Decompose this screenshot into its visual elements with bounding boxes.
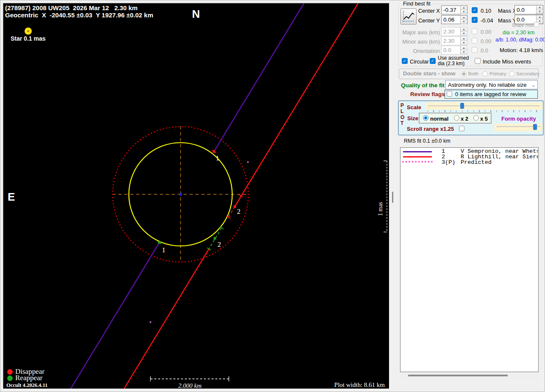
svg-text:1: 1 <box>216 154 220 162</box>
scroll-range-label: Scroll range x1.25 <box>407 126 454 132</box>
form-opacity-slider-thumb[interactable] <box>533 124 537 130</box>
north-label: N <box>192 8 200 21</box>
chord3-dotted-sample <box>402 161 433 163</box>
chord2-line-sample <box>403 156 432 157</box>
chord3-number: 3(P) <box>442 159 455 166</box>
orientation-input: 0.0 ▲▼ <box>441 46 467 55</box>
major-axis-fit-checkbox <box>472 28 478 34</box>
orientation-label: Orientation <box>398 48 440 54</box>
circular-label: Circular <box>410 58 429 65</box>
orientation-fit-checkbox <box>472 47 478 53</box>
occult-fit-window: 1122 (278987) 2008 UW205 2026 Mar 12 2.3… <box>0 0 545 392</box>
include-miss-events-label: Include Miss events <box>483 58 531 65</box>
mas-scale-label: 1 mas <box>377 178 384 216</box>
shape-model-checkbox[interactable] <box>534 22 539 27</box>
scroll-range-checkbox[interactable] <box>459 126 464 131</box>
center-y-label: Center Y <box>406 17 440 24</box>
quality-of-fit-dropdown[interactable]: Astrometry only. No reliable size ⌄ <box>445 80 538 89</box>
quality-of-fit-label: Quality of the fit <box>401 82 445 88</box>
form-opacity-label: Form opacity <box>501 116 536 122</box>
size-label: Size <box>407 115 418 121</box>
center-x-input[interactable]: -0.37 ▲▼ <box>441 6 467 14</box>
size-x2-label: x 2 <box>461 116 468 122</box>
minor-axis-input: 2.30 ▲▼ <box>441 36 467 45</box>
center-x-fit-checkbox[interactable]: ✓ <box>472 7 478 13</box>
scale-slider[interactable] <box>425 102 542 110</box>
east-label: E <box>8 190 15 204</box>
chord-list[interactable]: 1 V Sempronio, near Whets 2 R Lighthill,… <box>400 147 539 372</box>
app-version-label: Occult 4.2026.4.11 <box>6 382 47 389</box>
chevron-down-icon: ⌄ <box>530 82 537 88</box>
occultation-plot-canvas[interactable]: 1122 (278987) 2008 UW205 2026 Mar 12 2.3… <box>3 3 389 389</box>
double-stars-primary-label: Primary <box>489 71 506 76</box>
mass-x-spinner[interactable]: ▲▼ <box>536 6 543 14</box>
center-y-input[interactable]: 0.06 ▲▼ <box>441 15 467 24</box>
double-stars-secondary-radio <box>509 71 514 77</box>
center-x-fit-value: 0.10 <box>481 8 491 14</box>
minor-axis-fit-checkbox <box>472 38 478 44</box>
axis-ratio-readout: a/b: 1.00, dMag: 0.00 <box>495 37 545 43</box>
center-y-spinner[interactable]: ▲▼ <box>460 16 467 24</box>
scale-bar-label: 2.000 km <box>171 382 209 389</box>
rms-fit-label: RMS fit 0.1 ±0.0 km <box>404 138 450 144</box>
double-stars-primary-radio <box>482 71 488 77</box>
minor-axis-fit-value: 0.00 <box>481 38 491 44</box>
plot-title-line2: Geocentric X -2040.55 ±0.03 Y 1927.96 ±0… <box>5 11 153 19</box>
plot-letter-o: O <box>400 114 404 120</box>
star-size-label: Star 0.1 mas <box>11 35 46 42</box>
use-assumed-dia-label-line2: dia (2.3 km) <box>438 61 464 66</box>
center-y-fit-checkbox[interactable]: ✓ <box>472 17 478 23</box>
plot-title-line1: (278987) 2008 UW205 2026 Mar 12 2.30 km <box>5 4 138 11</box>
include-miss-events-checkbox[interactable] <box>475 58 481 64</box>
plot-letter-l: L <box>400 108 403 114</box>
double-stars-label: Double stars - show <box>403 70 456 77</box>
plot-svg: 1122 <box>3 3 389 389</box>
chord1-line-sample <box>403 151 432 152</box>
reappear-legend-dot <box>7 375 13 381</box>
center-x-spinner[interactable]: ▲▼ <box>460 6 467 14</box>
major-axis-label: Major axis (km) <box>398 29 440 36</box>
review-flags-text: 0 items are tagged for review <box>455 91 526 97</box>
double-stars-both-radio <box>461 71 467 77</box>
review-flags-checkbox[interactable] <box>447 91 452 97</box>
scale-slider-thumb[interactable] <box>460 103 464 109</box>
circular-checkbox[interactable]: ✓ <box>402 58 408 64</box>
mass-x-input[interactable]: 0.0 ▲▼ <box>514 5 543 14</box>
shape-model-label: Shape model <box>512 23 537 28</box>
star-diameter-marker <box>25 28 32 35</box>
minor-axis-label: Minor axis (km) <box>398 39 440 45</box>
panel-splitter-handle[interactable] <box>392 192 393 203</box>
diameter-readout: dia = 2.30 km <box>503 30 534 36</box>
plot-letter-p: P <box>400 102 404 108</box>
size-x2-radio[interactable] <box>454 115 459 121</box>
svg-text:2: 2 <box>217 240 221 248</box>
mass-x-label: Mass X <box>498 8 516 14</box>
double-stars-secondary-label: Secondary <box>516 71 539 76</box>
use-assumed-dia-checkbox[interactable]: ✓ <box>430 58 436 64</box>
scale-slider-label: Scale <box>407 104 421 110</box>
double-stars-both-label: Both <box>468 71 478 76</box>
chord3-name: Predicted <box>461 159 538 166</box>
svg-text:1: 1 <box>162 246 166 254</box>
motion-readout: Motion: 4.18 km/s <box>500 47 543 53</box>
major-axis-fit-value: 0.00 <box>481 29 491 35</box>
reappear-legend-label: Reappear <box>15 374 42 382</box>
scale-slider-ticks <box>428 110 540 112</box>
review-flags-label: Review flags <box>410 91 445 97</box>
major-axis-input: 2.30 ▲▼ <box>441 27 467 36</box>
size-x5-radio[interactable] <box>473 115 479 121</box>
size-normal-radio[interactable] <box>423 115 428 121</box>
center-x-label: Center X <box>406 8 440 14</box>
chord-list-hscrollbar[interactable] <box>400 372 538 379</box>
plot-width-label: Plot width: 8.61 km <box>315 381 385 389</box>
size-x5-label: x 5 <box>480 116 488 122</box>
use-assumed-dia-label-line1: Use assumed <box>438 55 469 61</box>
chord-list-hscrollbar-thumb[interactable] <box>408 375 508 376</box>
form-opacity-slider[interactable] <box>494 124 542 131</box>
size-normal-label: normal <box>430 116 448 122</box>
disappear-legend-dot <box>7 369 13 375</box>
find-best-fit-group-label: Find best fit <box>401 1 432 7</box>
svg-text:2: 2 <box>237 207 241 215</box>
center-y-fit-value: -0.04 <box>481 17 493 24</box>
star-center-dot <box>27 30 29 32</box>
